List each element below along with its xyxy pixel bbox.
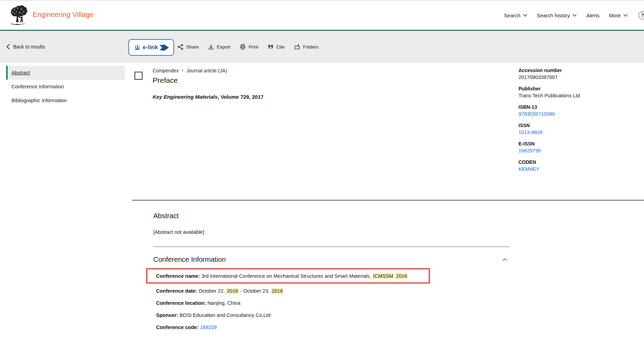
bullet-separator: • [182, 68, 183, 73]
conference-code-link[interactable]: 189229 [200, 325, 217, 330]
detail-pair: ISBN-139783035710090 [518, 104, 638, 117]
share-icon [178, 44, 183, 50]
back-to-results-button[interactable]: Back to results [6, 44, 45, 50]
conference-field-value: October 22, [197, 288, 226, 294]
conference-field-label: Sponsor: [156, 312, 178, 318]
folders-button[interactable]: Folders [294, 44, 319, 50]
share-button[interactable]: Share [178, 44, 199, 50]
chevron-down-icon [523, 14, 527, 17]
detail-pair: CODENKEMAEY [518, 159, 638, 172]
detail-value-link[interactable]: 1013-9826 [518, 130, 638, 135]
detail-value-link[interactable]: KEMAEY [518, 166, 638, 172]
brand[interactable]: Engineering Village [8, 4, 94, 25]
sidebar-item-conference-information[interactable]: Conference Information [6, 80, 125, 94]
arrow-right-icon [160, 44, 169, 51]
action-label: Folders [303, 44, 319, 50]
crown-icon [134, 44, 141, 51]
conference-field-label: Conference date: [156, 288, 197, 294]
action-label: Export [217, 44, 230, 50]
record-title: Preface [153, 76, 264, 85]
cite-button[interactable]: Cite [268, 44, 285, 50]
toolbar-actions: ShareExportPrintCiteFolders [178, 44, 319, 50]
journal-title: Key Engineering Materials [153, 94, 218, 100]
sidebar-item-bibliographic-information[interactable]: Bibliographic Information [6, 94, 125, 107]
conference-info-row: Sponsor: BOSI Education and Consultancy … [156, 311, 468, 319]
print-button[interactable]: Print [240, 44, 258, 50]
conference-info-row: Conference location: Nanjing, China [156, 299, 468, 307]
nav-item-more[interactable]: More [609, 12, 628, 18]
nav-item-label: Alerts [586, 12, 599, 18]
highlighted-term: 2016 [271, 288, 283, 294]
database-label: Compendex [153, 68, 179, 73]
chevron-left-icon [6, 44, 10, 50]
chevron-down-icon [623, 14, 628, 17]
conference-section-header: Conference Information [153, 256, 510, 264]
section-nav-sidebar: AbstractConference InformationBibliograp… [6, 66, 125, 107]
detail-pair: PublisherTrans Tech Publications Ltd [518, 86, 638, 98]
nav-item-label: Search history [537, 12, 570, 18]
detail-pair: ISSN1013-9826 [518, 123, 638, 135]
detail-label: Publisher [518, 86, 638, 91]
detail-value: Trans Tech Publications Ltd [518, 93, 638, 98]
sidebar-item-abstract[interactable]: Abstract [6, 66, 125, 80]
record-header: Compendex • Journal article (JA) Preface… [153, 68, 264, 100]
chevron-up-icon [503, 258, 507, 261]
highlighted-term: 2016 [395, 273, 408, 279]
back-to-results-label: Back to results [13, 44, 45, 50]
brand-title: Engineering Village [33, 11, 94, 19]
print-icon [240, 44, 246, 50]
conference-info-row: Conference code: 189229 [156, 323, 468, 331]
nav-item-search[interactable]: Search [504, 12, 527, 18]
action-label: Cite [276, 44, 285, 50]
conference-heading: Conference Information [153, 256, 226, 264]
detail-pair: E-ISSN16629795 [518, 141, 638, 153]
record-details-panel: Accession number20170903397007PublisherT… [518, 68, 638, 178]
export-button[interactable]: Export [208, 44, 230, 50]
detail-value-link[interactable]: 16629795 [518, 148, 638, 153]
engineering-village-record-page: Engineering Village SearchSearch history… [0, 0, 644, 346]
top-navigation: SearchSearch historyAlertsMore ? [504, 1, 644, 30]
highlighted-term: 2016 [226, 288, 239, 294]
detail-label: ISSN [518, 123, 638, 128]
record-select-checkbox[interactable] [135, 72, 143, 80]
action-label: Share [186, 44, 199, 50]
elink-button[interactable]: e-link [128, 39, 174, 56]
conference-field-label: Conference code: [156, 325, 198, 330]
conference-info-rows: Conference date: October 22, 2016 - Octo… [156, 287, 468, 336]
nav-item-alerts[interactable]: Alerts [586, 12, 599, 18]
conference-name-highlight-box: Conference name: 3rd International Confe… [146, 268, 430, 284]
collapse-section-button[interactable] [500, 257, 510, 263]
detail-value: 20170903397007 [518, 74, 638, 80]
nav-item-label: More [609, 12, 621, 18]
conference-field-value: BOSI Education and Consultancy Co,Ltd [178, 312, 271, 318]
nav-item-label: Search [504, 12, 521, 18]
highlighted-term: ICMSSM [372, 273, 394, 279]
section-divider [153, 247, 510, 247]
journal-volume-year: , Volume 729, 2017 [218, 94, 264, 100]
conference-info-row: Conference date: October 22, 2016 - Octo… [156, 287, 468, 295]
detail-value-link[interactable]: 9783035710090 [518, 111, 638, 117]
conference-field-label: Conference location: [156, 300, 206, 306]
record-meta: Compendex • Journal article (JA) [153, 68, 264, 73]
conference-field-value: - October 23, [239, 288, 271, 294]
action-label: Print [249, 44, 258, 50]
header: Engineering Village SearchSearch history… [0, 1, 644, 30]
conference-field-value: Nanjing, China [206, 300, 240, 306]
help-circle-icon[interactable]: ? [638, 11, 644, 19]
folders-icon [294, 44, 300, 50]
conference-field-label: Conference name: [156, 273, 200, 279]
conference-field-value: 3rd International Conference on Mechanic… [200, 273, 372, 279]
export-icon [208, 44, 214, 50]
elink-label: e-link [143, 44, 158, 51]
source-citation: Key Engineering Materials, Volume 729, 2… [153, 94, 264, 100]
detail-label: E-ISSN [518, 141, 638, 147]
section-divider [132, 200, 644, 201]
cite-icon [268, 44, 274, 50]
detail-label: Accession number [518, 68, 638, 73]
conference-name-row: Conference name: 3rd International Confe… [156, 272, 408, 280]
nav-item-search-history[interactable]: Search history [537, 12, 577, 18]
help-label: ? [641, 12, 644, 18]
elsevier-tree-icon [8, 4, 28, 25]
abstract-heading: Abstract [153, 212, 179, 220]
detail-label: ISBN-13 [518, 104, 638, 110]
